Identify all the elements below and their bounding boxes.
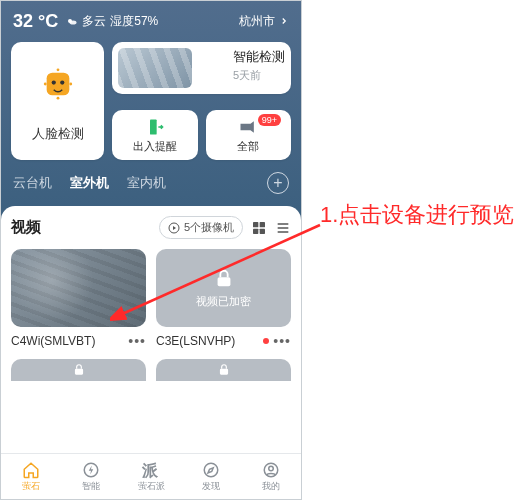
status-dot xyxy=(263,338,269,344)
face-icon xyxy=(41,67,75,101)
camera-preview[interactable] xyxy=(156,359,291,381)
cards-right-col: 智能检测 5天前 出入提醒 99+ 全部 xyxy=(112,42,291,160)
locked-text: 视频已加密 xyxy=(196,294,251,309)
svg-point-3 xyxy=(51,80,55,84)
face-detect-label: 人脸检测 xyxy=(32,125,84,143)
nav-label: 萤石 xyxy=(22,480,40,493)
nav-discover[interactable]: 发现 xyxy=(181,454,241,499)
tab-indoor[interactable]: 室内机 xyxy=(127,174,166,192)
camera-preview[interactable] xyxy=(11,359,146,381)
camera-name: C4Wi(SMLVBT) xyxy=(11,334,124,348)
camera-tile: C4Wi(SMLVBT) ••• xyxy=(11,249,146,349)
camera-more-button[interactable]: ••• xyxy=(273,333,291,349)
cards-row: 人脸检测 智能检测 5天前 出入提醒 99+ xyxy=(1,32,301,160)
svg-rect-16 xyxy=(74,369,82,375)
camera-tile: 视频已加密 C3E(LSNVHP) ••• xyxy=(156,249,291,349)
play-icon xyxy=(168,222,180,234)
camera-tile-peek xyxy=(156,359,291,381)
video-section: 视频 5个摄像机 C4Wi(SMLVBT) ••• xyxy=(1,206,301,466)
camera-preview[interactable] xyxy=(11,249,146,327)
location-button[interactable]: 杭州市 xyxy=(239,13,289,30)
svg-rect-11 xyxy=(253,222,258,227)
svg-rect-9 xyxy=(150,119,157,134)
nav-home[interactable]: 萤石 xyxy=(1,454,61,499)
all-badge: 99+ xyxy=(258,114,281,126)
face-detect-card[interactable]: 人脸检测 xyxy=(11,42,104,160)
smart-detect-sub: 5天前 xyxy=(233,68,285,83)
nav-label: 我的 xyxy=(262,480,280,493)
svg-point-1 xyxy=(70,20,77,24)
all-label: 全部 xyxy=(237,139,259,154)
entry-alert-label: 出入提醒 xyxy=(133,139,177,154)
section-title: 视频 xyxy=(11,218,41,237)
svg-rect-12 xyxy=(260,222,265,227)
cam-count-label: 5个摄像机 xyxy=(184,220,234,235)
user-icon xyxy=(262,461,280,479)
svg-point-5 xyxy=(43,83,46,86)
camera-more-button[interactable]: ••• xyxy=(128,333,146,349)
camera-icon xyxy=(238,117,258,137)
annotation-text: 1.点击设备进行预览 xyxy=(320,200,520,230)
temperature: 32 °C xyxy=(13,11,58,32)
camera-preview[interactable]: 视频已加密 xyxy=(156,249,291,327)
pai-icon: 派 xyxy=(142,461,160,479)
svg-point-7 xyxy=(56,68,59,71)
door-icon xyxy=(145,117,165,137)
lock-icon xyxy=(217,363,231,377)
svg-point-21 xyxy=(269,466,274,471)
location-text: 杭州市 xyxy=(239,13,275,30)
smart-detect-card[interactable]: 智能检测 5天前 xyxy=(112,42,291,94)
bolt-icon xyxy=(82,461,100,479)
compass-icon xyxy=(202,461,220,479)
svg-rect-13 xyxy=(253,228,258,233)
tab-ptz[interactable]: 云台机 xyxy=(13,174,52,192)
camera-name: C3E(LSNVHP) xyxy=(156,334,259,348)
bottom-nav: 萤石 智能 派 萤石派 发现 我的 xyxy=(1,453,301,499)
nav-pai[interactable]: 派 萤石派 xyxy=(121,454,181,499)
phone-frame: 32 °C 多云 湿度57% 杭州市 人脸检测 智能检测 5天前 xyxy=(0,0,302,500)
svg-rect-17 xyxy=(219,369,227,375)
camera-tile-peek xyxy=(11,359,146,381)
nav-me[interactable]: 我的 xyxy=(241,454,301,499)
smart-thumb xyxy=(118,48,192,88)
svg-rect-15 xyxy=(217,277,230,286)
nav-label: 智能 xyxy=(82,480,100,493)
tab-outdoor[interactable]: 室外机 xyxy=(70,174,109,192)
humidity: 湿度57% xyxy=(110,13,158,30)
entry-alert-card[interactable]: 出入提醒 xyxy=(112,110,197,160)
svg-point-19 xyxy=(204,463,218,477)
list-view-icon[interactable] xyxy=(275,220,291,236)
device-tabs: 云台机 室外机 室内机 + xyxy=(1,160,301,194)
chevron-right-icon xyxy=(279,15,289,29)
svg-point-4 xyxy=(60,80,64,84)
nav-label: 萤石派 xyxy=(138,480,165,493)
weather-icon xyxy=(66,16,78,28)
lock-icon xyxy=(72,363,86,377)
all-card[interactable]: 99+ 全部 xyxy=(206,110,291,160)
cam-count-pill[interactable]: 5个摄像机 xyxy=(159,216,243,239)
add-device-button[interactable]: + xyxy=(267,172,289,194)
nav-smart[interactable]: 智能 xyxy=(61,454,121,499)
grid-view-icon[interactable] xyxy=(251,220,267,236)
smart-detect-title: 智能检测 xyxy=(233,48,285,66)
home-icon xyxy=(22,461,40,479)
svg-rect-14 xyxy=(260,228,265,233)
nav-label: 发现 xyxy=(202,480,220,493)
weather-cond: 多云 xyxy=(82,13,106,30)
lock-icon xyxy=(213,268,235,290)
svg-point-8 xyxy=(56,97,59,100)
weather-bar: 32 °C 多云 湿度57% 杭州市 xyxy=(1,1,301,32)
svg-point-6 xyxy=(69,83,72,86)
